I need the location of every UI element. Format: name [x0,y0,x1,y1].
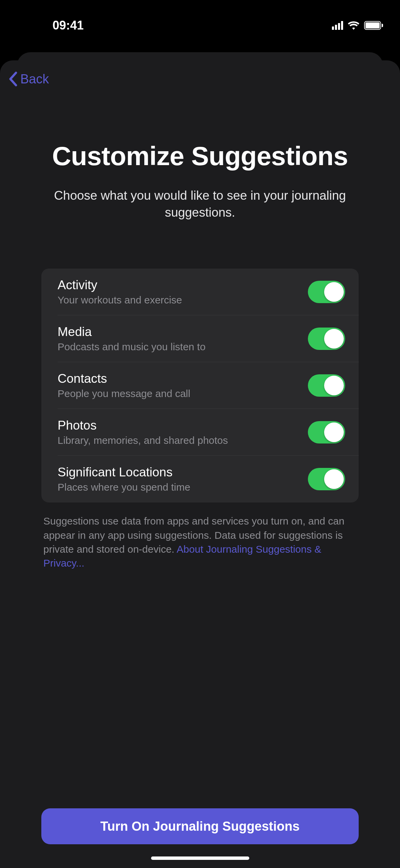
back-label: Back [20,72,49,86]
status-icons [332,21,383,30]
toggle-locations[interactable] [308,468,345,490]
status-time: 09:41 [52,18,84,33]
battery-icon [364,21,383,30]
toggle-activity[interactable] [308,281,345,303]
option-title: Activity [58,278,182,292]
option-media: Media Podcasts and music you listen to [41,315,359,362]
page-subtitle: Choose what you would like to see in you… [20,187,380,221]
chevron-left-icon [8,72,18,86]
option-title: Contacts [58,372,190,386]
nav-bar: Back [0,60,400,98]
modal-sheet: Back Customize Suggestions Choose what y… [0,60,400,868]
status-bar: 09:41 [0,0,400,51]
option-title: Significant Locations [58,465,190,479]
cellular-icon [332,21,343,30]
option-photos: Photos Library, memories, and shared pho… [41,409,359,456]
toggle-contacts[interactable] [308,374,345,397]
option-title: Photos [58,418,228,433]
turn-on-button[interactable]: Turn On Journaling Suggestions [41,808,359,844]
option-desc: Library, memories, and shared photos [58,435,228,446]
option-contacts: Contacts People you message and call [41,362,359,409]
toggle-media[interactable] [308,328,345,350]
option-title: Media [58,325,206,339]
page-title: Customize Suggestions [20,142,380,170]
footer-text: Suggestions use data from apps and servi… [43,514,357,570]
option-locations: Significant Locations Places where you s… [41,456,359,502]
wifi-icon [348,21,359,30]
back-button[interactable]: Back [8,72,49,86]
option-desc: Your workouts and exercise [58,294,182,306]
option-desc: People you message and call [58,388,190,399]
option-desc: Places where you spend time [58,481,190,493]
options-card: Activity Your workouts and exercise Medi… [41,269,359,502]
option-desc: Podcasts and music you listen to [58,341,206,353]
toggle-photos[interactable] [308,421,345,443]
option-activity: Activity Your workouts and exercise [41,269,359,315]
home-indicator[interactable] [151,856,249,860]
